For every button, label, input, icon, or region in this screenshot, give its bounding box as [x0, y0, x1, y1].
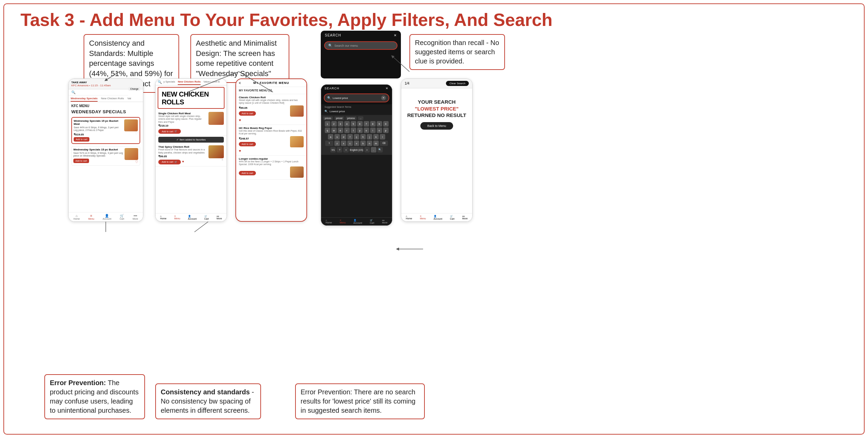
- p4-key-x[interactable]: x: [341, 141, 346, 146]
- p4-key-i[interactable]: i: [370, 128, 376, 133]
- p5-nav-cart[interactable]: 🛒Cart: [450, 215, 454, 220]
- p4-key-j[interactable]: j: [367, 134, 372, 140]
- p1-nav-account[interactable]: 👤Account: [103, 214, 111, 220]
- p4-nav-cart[interactable]: 🛒Cart: [370, 219, 374, 224]
- p4-key-l[interactable]: l: [380, 134, 385, 140]
- p4-key-h[interactable]: h: [360, 134, 366, 140]
- p4-key-q[interactable]: q: [325, 128, 330, 133]
- p5-nav-account[interactable]: 👤Account: [434, 215, 442, 220]
- p4-key-z[interactable]: z: [334, 141, 340, 146]
- p5-nav-menu[interactable]: ≡Menu: [420, 215, 426, 220]
- p4-key-k[interactable]: k: [373, 134, 379, 140]
- p4-key-o[interactable]: o: [377, 128, 382, 133]
- p2-nav-home[interactable]: ⌂Home: [160, 215, 167, 220]
- p3-heart-2[interactable]: ♥: [239, 149, 241, 153]
- p2-expand-icon[interactable]: ⌃: [221, 159, 224, 162]
- p4-key-c-cedilla[interactable]: ç: [354, 134, 359, 140]
- p2-nav-account[interactable]: 👤Account: [188, 215, 197, 220]
- p1-heart-1[interactable]: ♡: [135, 131, 138, 135]
- p4-clear-btn[interactable]: ✕: [381, 96, 386, 100]
- p2-nav-menu[interactable]: ≡Menu: [174, 215, 180, 220]
- p4-key-t[interactable]: t: [351, 128, 356, 133]
- p5-back-menu-btn[interactable]: Back to Menu: [420, 122, 453, 130]
- p4-word-2[interactable]: priced: [334, 116, 344, 120]
- p2-add-cart-2[interactable]: Add to cart 🛒: [158, 160, 181, 164]
- p1-search-icon[interactable]: 🔍: [71, 90, 75, 94]
- p4-key-0[interactable]: 0: [383, 121, 389, 127]
- p5-nav-home[interactable]: ⌂Home: [406, 215, 412, 220]
- p4-key-search[interactable]: 🔍: [377, 147, 383, 152]
- p4-nav-home[interactable]: ⌂Home: [326, 219, 332, 224]
- p4-key-shift[interactable]: ⇧: [325, 141, 333, 146]
- p2-add-cart-1[interactable]: Add to cart 🛒: [158, 129, 181, 134]
- p4-key-m[interactable]: m: [373, 141, 379, 146]
- p2-tab-value[interactable]: Value Lunch E: [203, 80, 220, 85]
- p4-key-y[interactable]: y: [357, 128, 363, 133]
- p1-change-btn[interactable]: Change: [128, 87, 140, 91]
- p4-key-r[interactable]: r: [344, 128, 350, 133]
- p4-key-numswitch[interactable]: !#1: [330, 147, 336, 152]
- sp-close-icon[interactable]: ✕: [394, 33, 397, 37]
- p4-key-s[interactable]: s: [334, 134, 340, 140]
- p4-key-3[interactable]: 3: [338, 121, 343, 127]
- p3-add-btn-2[interactable]: Add to cart: [239, 142, 256, 146]
- p3-add-btn-3[interactable]: Add to cart: [239, 171, 256, 175]
- p1-nav-menu[interactable]: ≡Menu: [88, 214, 95, 220]
- p1-nav-home[interactable]: ⌂Home: [73, 214, 80, 220]
- p1-nav-cart[interactable]: 🛒Cart: [120, 214, 124, 220]
- p4-key-4[interactable]: 4: [344, 121, 350, 127]
- p4-key-e[interactable]: e: [338, 128, 343, 133]
- p1-tab-wednesday[interactable]: Wednesday Specials: [71, 97, 98, 102]
- p3-back-btn[interactable]: <: [239, 81, 241, 85]
- p4-key-f[interactable]: f: [347, 134, 353, 140]
- p4-key-n[interactable]: n: [367, 141, 372, 146]
- p4-key-1[interactable]: 1: [325, 121, 330, 127]
- p3-heart-1[interactable]: ♥: [239, 118, 241, 122]
- p4-key-c[interactable]: c: [347, 141, 353, 146]
- p5-clear-search-btn[interactable]: Clear Search: [446, 81, 469, 86]
- p1-nav-more[interactable]: •••More: [133, 214, 138, 220]
- p2-nav-more[interactable]: •••More: [217, 215, 222, 220]
- p4-key-5[interactable]: 5: [351, 121, 356, 127]
- p4-key-question[interactable]: ?: [337, 147, 342, 152]
- p4-key-7[interactable]: 7: [364, 121, 369, 127]
- p5-nav-more[interactable]: •••More: [462, 215, 468, 220]
- p4-key-dot[interactable]: .: [371, 147, 376, 152]
- p4-key-u[interactable]: u: [364, 128, 369, 133]
- p4-key-6[interactable]: 6: [357, 121, 363, 127]
- p4-key-p[interactable]: p: [383, 128, 389, 133]
- p4-word-4[interactable]: ...: [358, 116, 363, 120]
- p4-close-icon[interactable]: ✕: [386, 87, 389, 90]
- p4-key-lang[interactable]: English (US): [350, 147, 363, 152]
- p4-nav-account[interactable]: 👤Account: [353, 219, 362, 224]
- p1-tab-chicken-rolls[interactable]: New Chicken Rolls: [101, 97, 124, 102]
- p4-sug-item[interactable]: 🔍 Lowest price: [324, 109, 389, 114]
- p4-key-b[interactable]: b: [360, 141, 366, 146]
- sp-search-box[interactable]: 🔍 Search our menu: [324, 41, 397, 50]
- p4-word-1[interactable]: prices: [323, 116, 333, 120]
- p2-tab-specials[interactable]: y Specials: [163, 80, 175, 85]
- p4-key-8[interactable]: 8: [370, 121, 376, 127]
- p2-search-icon[interactable]: 🔍: [158, 80, 162, 85]
- p4-key-2[interactable]: 2: [331, 121, 337, 127]
- p4-key-9[interactable]: 9: [377, 121, 382, 127]
- p4-nav-menu[interactable]: ≡Menu: [340, 219, 346, 224]
- p1-tab-val[interactable]: Val: [127, 97, 131, 102]
- p4-key-gt[interactable]: >: [364, 147, 370, 152]
- p4-key-lt[interactable]: <: [343, 147, 349, 152]
- p4-word-3[interactable]: pricess: [346, 116, 357, 120]
- p4-key-v[interactable]: v: [354, 141, 359, 146]
- p4-key-d[interactable]: d: [341, 134, 346, 140]
- p4-nav-more[interactable]: •••More: [382, 219, 388, 224]
- p1-add-cart-2[interactable]: Add to cart: [73, 159, 89, 163]
- p2-nav-cart[interactable]: 🛒Cart: [204, 215, 209, 220]
- p3-add-btn-1[interactable]: Add to cart: [239, 111, 256, 116]
- p4-key-backspace[interactable]: ⌫: [380, 141, 388, 146]
- p4-key-w[interactable]: w: [331, 128, 337, 133]
- p4-key-a[interactable]: a: [328, 134, 333, 140]
- p1-add-cart-1[interactable]: Add to cart: [74, 137, 89, 142]
- p2-heart-2[interactable]: ♥: [182, 160, 184, 163]
- p1-heart-2[interactable]: ♡: [135, 160, 138, 164]
- p4-search-box[interactable]: 🔍 Lowest price ✕: [324, 93, 389, 102]
- p2-tab-rolls[interactable]: New Chicken Rolls: [178, 80, 201, 85]
